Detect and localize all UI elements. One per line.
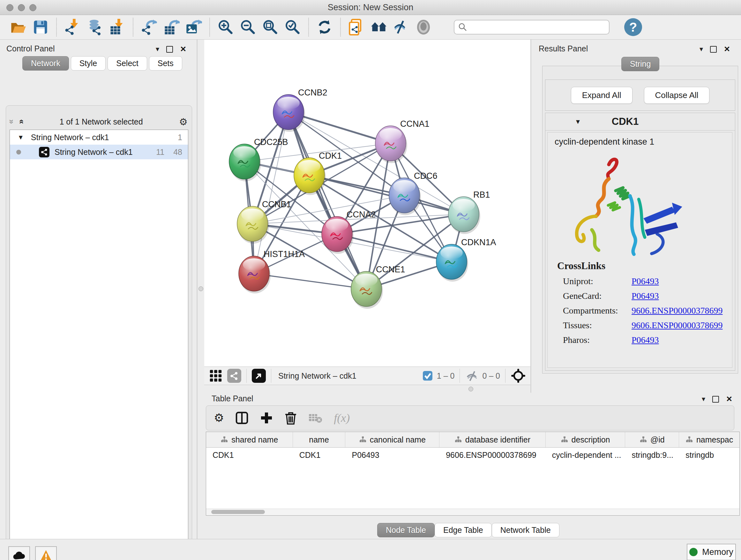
network-node-CDKN1A[interactable]: CDKN1A: [436, 238, 496, 282]
table-panel-close-icon[interactable]: ✕: [726, 395, 732, 403]
network-type-icon: [39, 147, 50, 158]
network-view-canvas[interactable]: CCNB2CCNA1CDC25BCDK1CDC6RB1CCNB1CCNA2CDK…: [204, 40, 530, 367]
table-panel-float-icon[interactable]: [712, 396, 719, 402]
bottom-splitter-handle[interactable]: [468, 387, 473, 391]
import-network-database-icon[interactable]: [86, 19, 103, 36]
column-header[interactable]: database identifier: [440, 432, 546, 447]
function-builder-icon: f(x): [334, 411, 350, 425]
tab-style[interactable]: Style: [71, 56, 106, 71]
protein-structure-image: [557, 152, 694, 257]
control-panel-float-icon[interactable]: [166, 46, 173, 53]
network-node-CDK1[interactable]: CDK1: [294, 151, 342, 195]
export-network-icon[interactable]: [141, 19, 157, 36]
refresh-icon[interactable]: [316, 19, 333, 36]
control-panel-close-icon[interactable]: ✕: [180, 45, 186, 54]
home-icon[interactable]: [370, 19, 387, 36]
table-header-row: shared name name canonical name database…: [206, 432, 739, 448]
network-node-CCNA1[interactable]: CCNA1: [375, 119, 429, 163]
results-panel-menu-icon[interactable]: ▾: [699, 45, 703, 53]
network-options-gear-icon[interactable]: ⚙: [179, 116, 188, 127]
cloud-status-button[interactable]: [8, 546, 30, 560]
control-panel-menu-icon[interactable]: ▾: [156, 45, 159, 53]
tab-string[interactable]: String: [621, 57, 659, 71]
show-columns-icon[interactable]: [235, 411, 249, 425]
zoom-fit-icon[interactable]: [262, 19, 279, 36]
gene-collapse-icon[interactable]: ▼: [575, 118, 581, 125]
fit-selected-crosshair-icon[interactable]: [511, 368, 526, 383]
selected-checkbox-icon[interactable]: [422, 370, 433, 381]
column-header[interactable]: description: [546, 432, 625, 447]
crosslink-compartments-link[interactable]: 9606.ENSP00000378699: [631, 306, 723, 316]
import-network-file-icon[interactable]: [64, 19, 81, 36]
tab-network-table[interactable]: Network Table: [492, 523, 559, 537]
network-node-CDC6[interactable]: CDC6: [389, 171, 437, 215]
show-graphics-details-icon[interactable]: [415, 19, 432, 36]
column-header[interactable]: canonical name: [345, 432, 440, 447]
zoom-selected-icon[interactable]: [284, 19, 301, 36]
tab-select[interactable]: Select: [108, 56, 147, 71]
table-horizontal-scrollbar[interactable]: [206, 509, 739, 515]
export-table-icon[interactable]: [163, 19, 180, 36]
network-node-HIST1H1A[interactable]: HIST1H1A: [239, 249, 305, 294]
results-panel-float-icon[interactable]: [710, 46, 717, 53]
clone-network-icon[interactable]: [348, 19, 365, 36]
search-input[interactable]: [454, 20, 610, 35]
table-settings-gear-icon[interactable]: ⚙: [214, 411, 224, 425]
tab-node-table[interactable]: Node Table: [377, 523, 434, 537]
main-toolbar: ?: [0, 15, 741, 40]
expand-all-networks-icon[interactable]: »: [17, 119, 25, 124]
expand-all-button[interactable]: Expand All: [571, 87, 632, 104]
network-node-RB1[interactable]: RB1: [448, 190, 490, 234]
hierarchy-icon: [561, 436, 568, 443]
network-edge[interactable]: [288, 112, 366, 289]
node-label: CCNE1: [376, 265, 405, 274]
tab-network[interactable]: Network: [22, 56, 69, 71]
control-panel-title: Control Panel: [6, 44, 55, 53]
network-row[interactable]: String Network – cdk1 11 48: [10, 145, 188, 159]
column-header[interactable]: shared name: [206, 432, 293, 447]
tab-edge-table[interactable]: Edge Table: [434, 523, 492, 537]
network-label: String Network – cdk1: [55, 147, 133, 157]
table-row[interactable]: CDK1 CDK1 P06493 9606.ENSP00000378699 cy…: [206, 448, 739, 462]
network-selection-status: 1 of 1 Network selected: [23, 117, 179, 126]
zoom-in-icon[interactable]: [217, 19, 234, 36]
node-table[interactable]: shared name name canonical name database…: [206, 432, 740, 516]
column-header[interactable]: namespac: [679, 432, 739, 447]
collapse-all-networks-icon[interactable]: »: [8, 119, 16, 124]
crosslink-uniprot-link[interactable]: P06493: [631, 276, 659, 287]
column-header[interactable]: @id: [625, 432, 679, 447]
hidden-eye-icon[interactable]: [465, 370, 479, 382]
network-node-CCNB2[interactable]: CCNB2: [273, 88, 327, 132]
export-image-icon[interactable]: [185, 19, 202, 36]
zoom-out-icon[interactable]: [240, 19, 256, 36]
crosslink-pharos-link[interactable]: P06493: [631, 335, 659, 345]
collapse-all-button[interactable]: Collapse All: [644, 87, 710, 104]
delete-column-icon[interactable]: [284, 411, 297, 425]
import-table-icon[interactable]: [109, 19, 125, 36]
open-session-icon[interactable]: [10, 19, 26, 36]
network-node-CDC25B[interactable]: CDC25B: [229, 137, 288, 181]
network-view-type-icon[interactable]: [227, 369, 241, 383]
grid-view-icon[interactable]: [209, 369, 223, 383]
hide-unhide-icon[interactable]: [393, 19, 409, 36]
crosslink-label: Uniprot:: [557, 276, 631, 287]
memory-button[interactable]: Memory: [687, 544, 736, 560]
results-panel-close-icon[interactable]: ✕: [724, 45, 730, 54]
scrollbar-thumb[interactable]: [211, 510, 265, 514]
table-panel-menu-icon[interactable]: ▾: [702, 395, 705, 403]
help-button[interactable]: ?: [624, 18, 642, 36]
tab-sets[interactable]: Sets: [149, 56, 182, 71]
network-edge[interactable]: [309, 175, 464, 214]
crosslink-tissues-link[interactable]: 9606.ENSP00000378699: [631, 320, 723, 330]
network-edge[interactable]: [254, 273, 366, 289]
add-column-icon[interactable]: [260, 411, 273, 425]
birds-eye-view-icon[interactable]: [252, 369, 266, 383]
left-splitter-handle[interactable]: [199, 287, 203, 291]
save-session-icon[interactable]: [32, 19, 49, 36]
warning-status-button[interactable]: [35, 546, 57, 560]
network-collection-row[interactable]: ▼ String Network – cdk1 1: [10, 130, 188, 145]
gene-description: cyclin-dependent kinase 1: [555, 137, 654, 147]
collection-expand-icon[interactable]: ▼: [17, 134, 24, 141]
crosslink-genecard-link[interactable]: P06493: [631, 291, 659, 301]
column-header[interactable]: name: [293, 432, 346, 447]
